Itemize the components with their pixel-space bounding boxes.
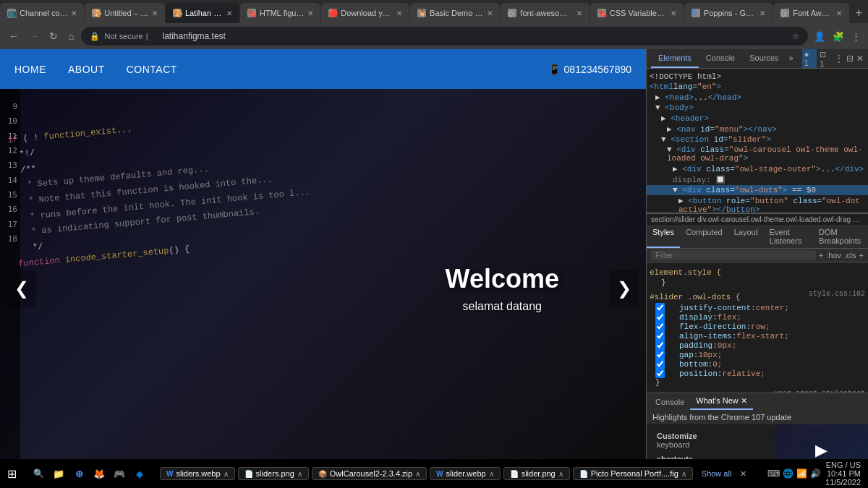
tab-basic-demo[interactable]: 🦉 Basic Demo | Owl... ✕ (410, 3, 500, 23)
start-button[interactable]: ⊞ (0, 467, 24, 481)
add-style-icon[interactable]: + (819, 251, 823, 260)
download-owlcarousel-zip[interactable]: 📦 OwlCarousel2-2.3.4.zip ∧ (312, 467, 427, 480)
extensions-icon[interactable]: 🧩 (831, 30, 846, 43)
tree-body[interactable]: ▼ <body> (647, 103, 868, 113)
customize-item[interactable]: Customize keyboard (651, 429, 770, 452)
tab-figma-untitled[interactable]: 🎨 Untitled – Figma ✕ (85, 3, 165, 23)
profile-icon[interactable]: 👤 (812, 30, 827, 43)
nav-contact[interactable]: CONTACT (127, 58, 177, 81)
plus-icon[interactable]: + (859, 251, 864, 260)
prop-gap-checkbox[interactable] (655, 350, 665, 359)
tab-close[interactable]: ✕ (760, 9, 765, 17)
tree-head[interactable]: ▶ <head>...</head> (647, 92, 868, 103)
prop-flexdir-checkbox[interactable] (655, 322, 665, 331)
tree-owl-dots[interactable]: ▼ <div class="owl-dots"> == $0 (647, 185, 868, 195)
address-input[interactable] (154, 27, 792, 46)
taskbar-file-icon[interactable]: 📁 (50, 465, 67, 482)
cls-icon[interactable]: .cls (844, 251, 856, 260)
style-tab-layout[interactable]: Layout (728, 225, 764, 248)
tab-font-awesome[interactable]: ◇ font-awesome - L... ✕ (501, 3, 589, 23)
hover-state-icon[interactable]: :hov (826, 251, 841, 260)
tab-fontawesome2[interactable]: ◇ Font Awesome ✕ (773, 3, 848, 23)
prop-position-checkbox[interactable] (655, 369, 665, 378)
tab-css-variables[interactable]: 🔖 CSS Variables - Th... ✕ (590, 3, 684, 23)
close-downloads-icon[interactable]: ✕ (740, 469, 746, 479)
owl-dots-source[interactable]: style.css:102 (809, 290, 865, 303)
tree-header[interactable]: ▶ <header> (647, 113, 868, 124)
tab-close[interactable]: ✕ (836, 9, 842, 17)
close-devtools-icon[interactable]: ✕ (856, 53, 864, 64)
slider-next-arrow[interactable]: ❯ (610, 270, 639, 307)
tree-doctype[interactable]: <!DOCTYPE html> (647, 72, 868, 82)
style-tab-computed[interactable]: Computed (680, 225, 728, 248)
devtools-header: Elements Console Sources » ● 1 ⊡ 1 ⋮ ⊟ ✕ (647, 49, 868, 69)
tree-owl-carousel[interactable]: ▼ <div class="owl-carousel owl-theme owl… (647, 145, 868, 163)
reload-button[interactable]: ↻ (46, 29, 61, 43)
tab-html-figure[interactable]: 🔖 HTML figure Tag ✕ (240, 3, 320, 23)
tab-close[interactable]: ✕ (71, 9, 77, 17)
tab-close[interactable]: ✕ (396, 9, 402, 17)
dock-icon[interactable]: ⊟ (846, 53, 854, 64)
console-tab-whatsnew[interactable]: What's New ✕ (690, 393, 752, 410)
tab-channel-content[interactable]: 📺 Channel content - ✕ (0, 3, 84, 23)
tab-elements[interactable]: Elements (651, 49, 699, 68)
settings-icon[interactable]: ⋮ (850, 30, 862, 43)
dl-chevron-6[interactable]: ∧ (681, 470, 686, 478)
taskbar-search-icon[interactable]: 🔍 (30, 465, 47, 482)
tab-console[interactable]: Console (699, 49, 742, 68)
dl-chevron-1[interactable]: ∧ (224, 470, 229, 478)
nav-home[interactable]: HOME (14, 58, 46, 81)
tab-favicon: 🔴 (328, 9, 337, 17)
taskbar-firefox-icon[interactable]: 🦊 (90, 465, 108, 482)
style-tab-breakpoints[interactable]: DOM Breakpoints (813, 225, 868, 248)
prop-bottom-checkbox[interactable] (655, 359, 665, 369)
dl-favicon-3: 📦 (318, 470, 327, 478)
tab-close[interactable]: ✕ (226, 9, 232, 17)
prop-padding-checkbox[interactable] (655, 341, 665, 350)
tab-close[interactable]: ✕ (152, 9, 158, 17)
dl-chevron-3[interactable]: ∧ (415, 470, 420, 478)
taskbar-vscode-icon[interactable]: ◆ (131, 465, 148, 482)
tree-section-slider[interactable]: ▼ <section id="slider"> (647, 134, 868, 145)
tree-html[interactable]: <html lang="en"> (647, 82, 868, 92)
prop-padding: padding: 0px; (655, 341, 865, 350)
new-tab-button[interactable]: + (850, 7, 868, 20)
tab-latihan-figma[interactable]: 🎨 Latihan Figma ✕ (166, 3, 239, 23)
download-slider-png[interactable]: 📄 slider.png ∧ (503, 467, 570, 480)
back-button[interactable]: ← (6, 29, 22, 43)
nav-about[interactable]: ABOUT (68, 58, 105, 81)
tab-close[interactable]: ✕ (671, 9, 676, 17)
prop-justify-checkbox[interactable] (655, 303, 665, 312)
tab-close[interactable]: ✕ (487, 9, 493, 17)
tab-download[interactable]: 🔴 Download your fil... ✕ (321, 3, 409, 23)
dl-chevron-5[interactable]: ∧ (558, 470, 563, 478)
dl-chevron-4[interactable]: ∧ (489, 470, 494, 478)
style-tab-styles[interactable]: Styles (647, 225, 680, 248)
forward-button[interactable]: → (26, 29, 42, 43)
style-tab-events[interactable]: Event Listeners (764, 225, 813, 248)
console-tab-console[interactable]: Console (650, 393, 690, 410)
home-button[interactable]: ⌂ (65, 29, 77, 43)
tab-close[interactable]: ✕ (307, 9, 313, 17)
download-slider-webp[interactable]: W slider.webp ∧ (430, 467, 501, 480)
prop-align-checkbox[interactable] (655, 331, 665, 341)
slider-prev-arrow[interactable]: ❮ (7, 270, 36, 307)
tab-sources[interactable]: Sources (742, 49, 786, 68)
download-sliders-webp[interactable]: W sliders.webp ∧ (160, 467, 235, 480)
tab-close[interactable]: ✕ (576, 9, 582, 17)
tree-btn-active[interactable]: ▶ <button role="button" class="owl-dot a… (647, 195, 868, 213)
filter-input[interactable] (655, 251, 812, 260)
dl-chevron-2[interactable]: ∧ (297, 470, 302, 478)
more-options-icon[interactable]: ⋮ (835, 53, 843, 64)
tree-owl-stage[interactable]: ▶ <div class="owl-stage-outer">...</div> (647, 163, 868, 174)
tab-poppins[interactable]: G Poppins - Google... ✕ (684, 3, 773, 23)
show-all-downloads[interactable]: Show all (702, 469, 732, 478)
tree-nav[interactable]: ▶ <nav id="menu"></nav> (647, 124, 868, 134)
download-sliders-png[interactable]: 📄 sliders.png ∧ (238, 467, 309, 480)
tab-chevron[interactable]: » (786, 49, 796, 68)
prop-display-checkbox[interactable] (655, 312, 665, 322)
taskbar-chrome-icon[interactable]: ⊕ (70, 465, 88, 482)
download-picto-fig[interactable]: 📄 Picto Personal Portf....fig ∧ (573, 467, 693, 480)
taskbar-discord-icon[interactable]: 🎮 (111, 465, 128, 482)
bookmark-icon[interactable]: ☆ (792, 32, 799, 41)
